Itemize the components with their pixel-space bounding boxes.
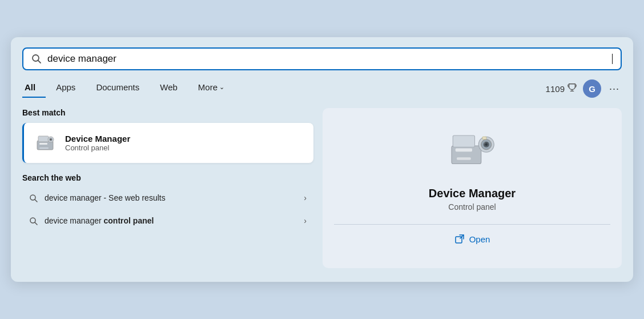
trophy-icon: [567, 82, 577, 95]
web-result-text-2: device manager control panel: [45, 216, 297, 225]
svg-rect-8: [39, 147, 49, 149]
tab-documents[interactable]: Documents: [86, 80, 150, 98]
card-text: Device Manager Control panel: [65, 134, 130, 152]
filter-bar: All Apps Documents Web More ⌄ 1109 G: [22, 79, 622, 98]
avatar[interactable]: G: [583, 79, 601, 98]
web-result-query-2: device manager: [45, 216, 104, 225]
best-match-card[interactable]: Device Manager Control panel: [22, 123, 313, 163]
svg-point-7: [50, 139, 52, 141]
divider: [334, 224, 610, 225]
search-container: All Apps Documents Web More ⌄ 1109 G: [11, 37, 633, 282]
web-result-suffix-1: - See web results: [102, 193, 166, 202]
svg-point-21: [484, 142, 485, 143]
best-match-title: Best match: [22, 108, 313, 117]
svg-point-20: [485, 143, 488, 146]
svg-line-12: [35, 222, 37, 225]
left-panel: Best match: [22, 108, 313, 268]
search-input[interactable]: [47, 53, 611, 65]
search-web-icon-1: [29, 194, 38, 202]
score-display: 1109: [546, 82, 577, 95]
card-subtitle: Control panel: [65, 143, 130, 152]
chevron-right-icon-1: ›: [304, 193, 307, 202]
tab-all[interactable]: All: [22, 80, 46, 98]
svg-rect-16: [457, 157, 471, 160]
chevron-down-icon: ⌄: [219, 83, 224, 91]
web-result-1[interactable]: device manager - See web results ›: [22, 187, 313, 209]
svg-rect-22: [482, 137, 486, 139]
web-result-2[interactable]: device manager control panel ›: [22, 210, 313, 232]
right-panel-subtitle: Control panel: [448, 202, 496, 212]
open-label: Open: [469, 234, 490, 244]
text-cursor: [612, 54, 613, 64]
search-bar: [22, 47, 622, 70]
score-value: 1109: [546, 84, 565, 94]
svg-rect-4: [39, 143, 47, 145]
svg-line-10: [35, 200, 37, 202]
search-web-section: Search the web device manager - See web …: [22, 173, 313, 232]
web-result-query-1: device manager: [45, 193, 102, 202]
web-result-bold-2: control panel: [104, 216, 154, 225]
search-web-icon-2: [29, 217, 38, 225]
main-content: Best match: [22, 108, 622, 268]
open-button[interactable]: Open: [454, 234, 490, 244]
svg-rect-3: [38, 136, 49, 142]
filter-right: 1109 G ···: [546, 79, 622, 98]
search-icon: [31, 54, 42, 64]
tab-more[interactable]: More ⌄: [188, 80, 235, 98]
card-title: Device Manager: [65, 134, 130, 143]
svg-rect-14: [453, 135, 474, 147]
right-panel-device-icon: [446, 125, 498, 177]
search-web-title: Search the web: [22, 173, 313, 182]
chevron-right-icon-2: ›: [304, 216, 307, 225]
right-panel-title: Device Manager: [429, 187, 516, 200]
device-manager-icon: [33, 131, 57, 155]
svg-line-1: [38, 61, 41, 63]
tab-web[interactable]: Web: [150, 80, 188, 98]
open-external-icon: [454, 234, 465, 244]
web-result-text-1: device manager - See web results: [45, 193, 297, 202]
right-panel: Device Manager Control panel Open: [323, 108, 622, 268]
svg-rect-15: [456, 149, 472, 152]
tab-apps[interactable]: Apps: [46, 80, 86, 98]
more-options-button[interactable]: ···: [607, 82, 622, 96]
